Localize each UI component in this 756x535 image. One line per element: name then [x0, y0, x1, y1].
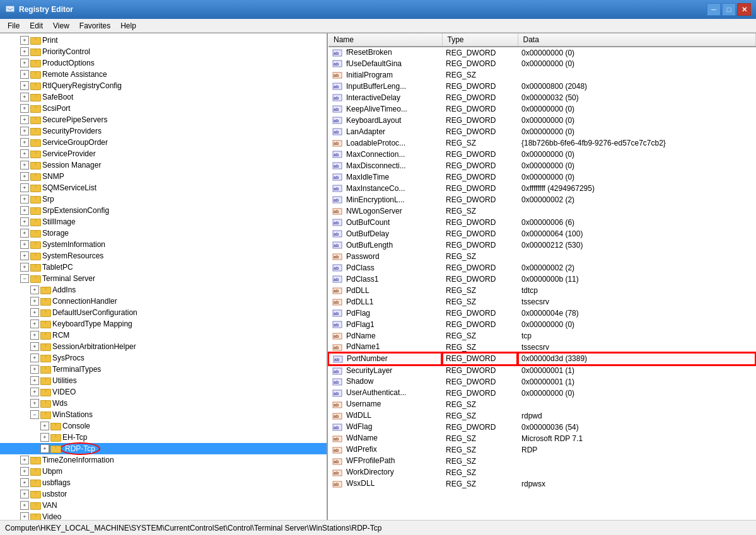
tree-item-usbstor[interactable]: +usbstor: [0, 488, 327, 500]
expand-icon[interactable]: +: [30, 399, 39, 408]
expand-icon[interactable]: +: [30, 308, 39, 317]
table-row[interactable]: abLoadableProtoc...REG_SZ{18b726bb-6fe6-…: [329, 137, 755, 149]
tree-item-remoteassistance[interactable]: +Remote Assistance: [0, 69, 327, 80]
expand-icon[interactable]: +: [20, 240, 29, 249]
tree-item-video[interactable]: +VIDEO: [0, 386, 327, 398]
tree-item-snmp[interactable]: +SNMP: [0, 171, 327, 182]
tree-pane[interactable]: +Print+PriorityControl+ProductOptions+Re…: [0, 33, 328, 520]
tree-item-timezoneinformation[interactable]: +TimeZoneInformation: [0, 454, 327, 466]
table-row[interactable]: abMaxIdleTimeREG_DWORD0x00000000 (0): [329, 171, 755, 183]
tree-item-connectionhandler[interactable]: +ConnectionHandler: [0, 296, 327, 307]
expand-icon[interactable]: +: [20, 161, 29, 170]
table-row[interactable]: abWorkDirectoryREG_SZ: [329, 467, 755, 478]
expand-icon[interactable]: +: [30, 319, 39, 328]
tree-item-srp[interactable]: +Srp: [0, 193, 327, 205]
expand-icon[interactable]: −: [20, 274, 29, 283]
expand-icon[interactable]: +: [30, 388, 39, 396]
menu-edit[interactable]: Edit: [25, 19, 48, 32]
table-row[interactable]: abWdPrefixREG_SZRDP: [329, 444, 755, 456]
expand-icon[interactable]: +: [20, 490, 29, 498]
table-row[interactable]: abPdDLL1REG_SZtssecsrv: [329, 296, 755, 308]
tree-item-addins[interactable]: +AddIns: [0, 284, 327, 296]
table-row[interactable]: abLanAdapterREG_DWORD0x00000000 (0): [329, 126, 755, 137]
minimize-button[interactable]: ─: [707, 3, 721, 16]
tree-item-prioritycontrol[interactable]: +PriorityControl: [0, 46, 327, 57]
expand-icon[interactable]: +: [20, 104, 29, 113]
tree-item-winstations[interactable]: −WinStations: [0, 409, 327, 420]
tree-item-servicegrouporder[interactable]: +ServiceGroupOrder: [0, 137, 327, 148]
expand-icon[interactable]: +: [20, 206, 29, 215]
tree-item-securityproviders[interactable]: +SecurityProviders: [0, 125, 327, 137]
table-row[interactable]: abInteractiveDelayREG_DWORD0x00000032 (5…: [329, 92, 755, 103]
expand-icon[interactable]: +: [20, 229, 29, 238]
tree-item-print[interactable]: +Print: [0, 35, 327, 46]
expand-icon[interactable]: +: [40, 422, 49, 430]
tree-item-wds[interactable]: +Wds: [0, 398, 327, 409]
tree-item-terminalserver[interactable]: −Terminal Server: [0, 273, 327, 284]
table-row[interactable]: abPortNumberREG_DWORD0x00000d3d (3389): [329, 353, 755, 365]
close-button[interactable]: ✕: [737, 3, 751, 16]
expand-icon[interactable]: +: [40, 433, 49, 442]
table-row[interactable]: abWdDLLREG_SZrdpwd: [329, 410, 755, 422]
tree-item-storage[interactable]: +Storage: [0, 227, 327, 239]
table-row[interactable]: abInitialProgramREG_SZ: [329, 69, 755, 81]
table-row[interactable]: abOutBufDelayREG_DWORD0x00000064 (100): [329, 228, 755, 239]
table-row[interactable]: abSecurityLayerREG_DWORD0x00000001 (1): [329, 365, 755, 376]
table-row[interactable]: abInputBufferLeng...REG_DWORD0x00000800 …: [329, 81, 755, 92]
table-row[interactable]: abOutBufLengthREG_DWORD0x00000212 (530): [329, 239, 755, 251]
expand-icon[interactable]: +: [20, 127, 29, 135]
table-row[interactable]: abWdNameREG_SZMicrosoft RDP 7.1: [329, 433, 755, 444]
table-row[interactable]: abPdClass1REG_DWORD0x0000000b (11): [329, 273, 755, 285]
table-row[interactable]: abMaxDisconnecti...REG_DWORD0x00000000 (…: [329, 160, 755, 171]
menu-help[interactable]: Help: [115, 19, 141, 32]
table-row[interactable]: abPdFlag1REG_DWORD0x00000000 (0): [329, 319, 755, 330]
tree-item-serviceprovider[interactable]: +ServiceProvider: [0, 148, 327, 159]
tree-item-tabletpc[interactable]: +TabletPC: [0, 262, 327, 273]
tree-item-srpextensionconfig[interactable]: +SrpExtensionConfig: [0, 205, 327, 216]
expand-icon[interactable]: +: [20, 70, 29, 79]
expand-icon[interactable]: +: [20, 47, 29, 56]
tree-item-rtlqueryregistryconfig[interactable]: +RtlQueryRegistryConfig: [0, 80, 327, 91]
table-row[interactable]: abUsernameREG_SZ: [329, 399, 755, 410]
table-row[interactable]: abPdDLLREG_SZtdtcp: [329, 285, 755, 296]
table-row[interactable]: abUserAuthenticat...REG_DWORD0x00000000 …: [329, 388, 755, 399]
table-row[interactable]: abWsxDLLREG_SZrdpwsx: [329, 478, 755, 490]
tree-item-sysprocs[interactable]: +SysProcs: [0, 352, 327, 364]
table-row[interactable]: abfUseDefaultGinaREG_DWORD0x00000000 (0): [329, 58, 755, 69]
tree-item-ubpm[interactable]: +Ubpm: [0, 466, 327, 477]
table-row[interactable]: abKeyboardLayoutREG_DWORD0x00000000 (0): [329, 115, 755, 126]
tree-item-terminaltypes[interactable]: +TerminalTypes: [0, 364, 327, 375]
expand-icon[interactable]: +: [20, 93, 29, 101]
tree-item-rdp-tcp[interactable]: +RDP-Tcp: [0, 443, 327, 454]
table-row[interactable]: abPdNameREG_SZtcp: [329, 330, 755, 342]
expand-icon[interactable]: +: [30, 342, 39, 351]
expand-icon[interactable]: +: [20, 81, 29, 90]
tree-item-scsiport[interactable]: +ScsiPort: [0, 103, 327, 114]
expand-icon[interactable]: +: [20, 478, 29, 487]
table-row[interactable]: abKeepAliveTimeo...REG_DWORD0x00000000 (…: [329, 103, 755, 115]
tree-item-sqmservicelist[interactable]: +SQMServiceList: [0, 182, 327, 193]
expand-icon[interactable]: +: [40, 444, 49, 453]
tree-item-sessionmanager[interactable]: +Session Manager: [0, 159, 327, 171]
table-row[interactable]: abMinEncryptionL...REG_DWORD0x00000002 (…: [329, 194, 755, 205]
expand-icon[interactable]: +: [20, 172, 29, 181]
table-row[interactable]: abPdName1REG_SZtssecsrv: [329, 342, 755, 353]
tree-item-sessionarbitrationhelper[interactable]: +SessionArbitrationHelper: [0, 341, 327, 352]
tree-item-keyboardtypemapping[interactable]: +KeyboardType Mapping: [0, 318, 327, 330]
table-row[interactable]: abShadowREG_DWORD0x00000001 (1): [329, 376, 755, 388]
expand-icon[interactable]: +: [20, 251, 29, 260]
expand-icon[interactable]: +: [30, 331, 39, 340]
expand-icon[interactable]: +: [20, 115, 29, 124]
expand-icon[interactable]: +: [30, 365, 39, 374]
tree-item-utilities[interactable]: +Utilities: [0, 375, 327, 386]
tree-item-usbflags[interactable]: +usbflags: [0, 477, 327, 488]
tree-item-systemresources[interactable]: +SystemResources: [0, 250, 327, 262]
table-row[interactable]: abWFProfilePathREG_SZ: [329, 456, 755, 467]
expand-icon[interactable]: +: [20, 263, 29, 272]
tree-item-stillimage[interactable]: +StillImage: [0, 216, 327, 227]
tree-item-rcm[interactable]: +RCM: [0, 330, 327, 341]
menu-file[interactable]: File: [3, 19, 25, 32]
maximize-button[interactable]: □: [722, 3, 736, 16]
tree-item-van[interactable]: +VAN: [0, 500, 327, 511]
table-row[interactable]: abOutBufCountREG_DWORD0x00000006 (6): [329, 217, 755, 228]
